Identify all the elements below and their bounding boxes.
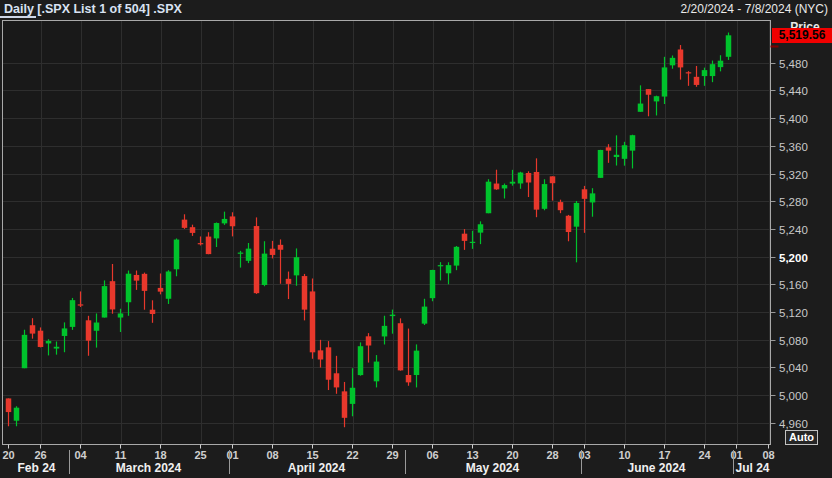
svg-text:17: 17 — [658, 449, 670, 461]
svg-text:25: 25 — [194, 449, 206, 461]
svg-text:5,240: 5,240 — [779, 224, 808, 236]
svg-text:01: 01 — [226, 449, 238, 461]
svg-text:26: 26 — [34, 449, 46, 461]
svg-text:13: 13 — [466, 449, 478, 461]
svg-text:March 2024: March 2024 — [116, 461, 182, 475]
svg-text:5,280: 5,280 — [779, 196, 808, 208]
svg-text:5,440: 5,440 — [779, 85, 808, 97]
svg-text:18: 18 — [154, 449, 166, 461]
svg-text:5,480: 5,480 — [779, 58, 808, 70]
svg-text:08: 08 — [266, 449, 278, 461]
svg-text:5,320: 5,320 — [779, 169, 808, 181]
svg-text:24: 24 — [698, 449, 711, 461]
svg-text:5,080: 5,080 — [779, 335, 808, 347]
svg-text:01: 01 — [730, 449, 742, 461]
svg-text:06: 06 — [426, 449, 438, 461]
svg-text:22: 22 — [346, 449, 358, 461]
svg-text:08: 08 — [762, 449, 774, 461]
auto-scale-button[interactable]: Auto — [785, 430, 818, 445]
svg-text:11: 11 — [115, 449, 127, 461]
svg-text:04: 04 — [74, 449, 87, 461]
svg-text:4,960: 4,960 — [779, 418, 808, 430]
svg-text:April 2024: April 2024 — [288, 461, 346, 475]
svg-text:5,360: 5,360 — [779, 141, 808, 153]
svg-text:May 2024: May 2024 — [466, 461, 520, 475]
svg-text:5,400: 5,400 — [779, 113, 808, 125]
svg-text:Feb 24: Feb 24 — [17, 461, 55, 475]
svg-text:5,040: 5,040 — [779, 362, 808, 374]
svg-text:5,000: 5,000 — [779, 390, 808, 402]
svg-text:15: 15 — [306, 449, 318, 461]
svg-text:10: 10 — [618, 449, 630, 461]
svg-text:29: 29 — [386, 449, 398, 461]
svg-text:03: 03 — [578, 449, 590, 461]
svg-text:Jul 24: Jul 24 — [735, 461, 769, 475]
svg-text:20: 20 — [506, 449, 518, 461]
svg-text:5,200: 5,200 — [779, 252, 808, 264]
chart-window: Daily [.SPX List 1 of 504] .SPX 2/20/202… — [0, 0, 832, 478]
svg-text:5,120: 5,120 — [779, 307, 808, 319]
candlestick-chart[interactable]: 5,4805,4405,4005,3605,3205,2805,2405,200… — [0, 0, 832, 478]
svg-text:5,160: 5,160 — [779, 279, 808, 291]
svg-text:28: 28 — [546, 449, 558, 461]
last-price-badge: 5,519.56 — [772, 28, 832, 43]
svg-text:June 2024: June 2024 — [627, 461, 685, 475]
svg-text:20: 20 — [2, 449, 14, 461]
